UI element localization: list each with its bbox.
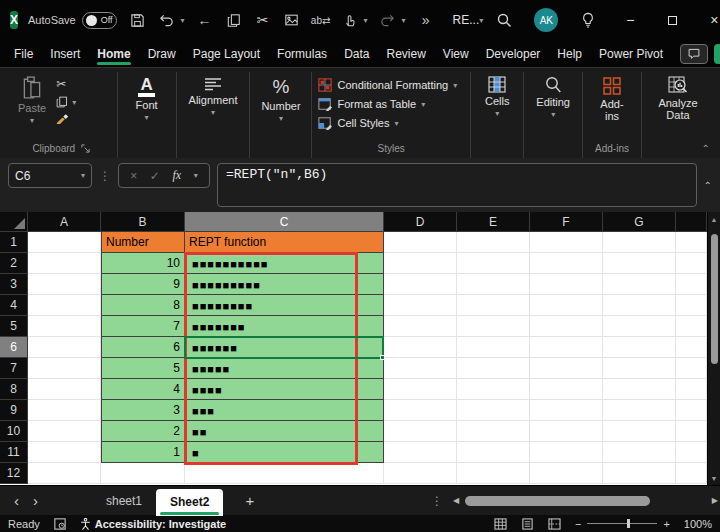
cell[interactable] [457, 400, 530, 421]
cell[interactable] [457, 316, 530, 337]
tab-formulas[interactable]: Formulas [277, 40, 327, 67]
back-arrow-icon[interactable]: ← [196, 11, 214, 29]
cell[interactable] [676, 232, 707, 253]
row-header-2[interactable]: 2 [0, 253, 28, 274]
cell[interactable] [384, 442, 457, 463]
cell[interactable] [28, 400, 101, 421]
cell-rept[interactable]: ■■ [185, 421, 384, 442]
copy-button[interactable]: ▾ [56, 96, 76, 108]
zoom-slider-thumb[interactable] [627, 519, 630, 528]
row-header-5[interactable]: 5 [0, 316, 28, 337]
cell[interactable] [28, 253, 101, 274]
tab-draw[interactable]: Draw [148, 40, 176, 67]
cell[interactable] [28, 379, 101, 400]
cell[interactable] [384, 379, 457, 400]
cell-number[interactable]: 10 [101, 253, 185, 274]
formula-input[interactable]: =REPT("n",B6) [217, 163, 697, 207]
cell[interactable] [676, 421, 707, 442]
cell[interactable] [384, 295, 457, 316]
cell-number[interactable]: 9 [101, 274, 185, 295]
macro-record-icon[interactable] [54, 518, 66, 530]
cell[interactable] [384, 421, 457, 442]
col-header-d[interactable]: D [384, 212, 457, 232]
cell[interactable] [530, 337, 603, 358]
cell[interactable] [676, 295, 707, 316]
cell[interactable] [530, 274, 603, 295]
minimize-button[interactable]: − [609, 12, 651, 28]
translate-icon[interactable]: ab⇄ [312, 11, 330, 29]
cell[interactable] [28, 316, 101, 337]
cell[interactable] [530, 463, 603, 484]
cell-rept[interactable]: ■■■■ [185, 379, 384, 400]
cell[interactable] [28, 358, 101, 379]
cell[interactable] [603, 400, 676, 421]
vertical-scroll-thumb[interactable] [711, 234, 718, 364]
cell-number[interactable]: 2 [101, 421, 185, 442]
cell[interactable] [28, 232, 101, 253]
hscroll-right-icon[interactable]: ▶ [712, 496, 718, 505]
tab-page-layout[interactable]: Page Layout [193, 40, 260, 67]
cell[interactable] [457, 232, 530, 253]
cell[interactable] [530, 295, 603, 316]
row-header-10[interactable]: 10 [0, 421, 28, 442]
name-box[interactable]: C6 ▾ [8, 163, 92, 188]
cell[interactable] [676, 253, 707, 274]
cell[interactable] [603, 316, 676, 337]
tab-view[interactable]: View [443, 40, 469, 67]
cell[interactable] [530, 253, 603, 274]
cell[interactable] [457, 463, 530, 484]
horizontal-scroll-thumb[interactable] [465, 496, 650, 506]
row-header-8[interactable]: 8 [0, 379, 28, 400]
tabbar-options-icon[interactable]: ⋮ [431, 494, 443, 508]
confirm-entry-icon[interactable]: ✓ [150, 169, 160, 183]
cell[interactable] [101, 463, 185, 484]
undo-chevron-icon[interactable]: ▾ [181, 16, 185, 25]
accessibility-status[interactable]: Accessibility: Investigate [80, 518, 226, 530]
page-break-view-icon[interactable] [548, 518, 561, 530]
col-header-a[interactable]: A [28, 212, 101, 232]
col-header-partial[interactable] [676, 212, 707, 232]
tab-power-pivot[interactable]: Power Pivot [599, 40, 663, 67]
cell[interactable] [530, 400, 603, 421]
collapse-ribbon-icon[interactable]: ⌃ [702, 143, 710, 154]
qat-overflow-icon[interactable]: » [417, 11, 435, 29]
touch-mode-chevron-icon[interactable]: ▾ [364, 16, 368, 25]
cell[interactable] [384, 337, 457, 358]
sheet-nav-left-icon[interactable]: ‹ [14, 492, 19, 509]
font-button[interactable]: A Font ▾ [130, 72, 164, 126]
scroll-down-icon[interactable]: ▼ [711, 471, 718, 485]
cell[interactable] [457, 442, 530, 463]
paste-button[interactable]: Paste ▾ [12, 72, 52, 129]
cell[interactable] [603, 421, 676, 442]
tab-home[interactable]: Home [97, 40, 130, 67]
autosave-toggle[interactable]: Off [82, 12, 117, 29]
cell-rept-header[interactable]: REPT function [185, 232, 384, 253]
cell-styles-button[interactable]: Cell Styles▾ [318, 116, 457, 130]
document-title[interactable]: RE... ▾ [453, 13, 484, 27]
tab-review[interactable]: Review [386, 40, 425, 67]
cut-icon[interactable]: ✂ [254, 11, 272, 29]
cell[interactable] [603, 337, 676, 358]
sheet-tab-sheet1[interactable]: sheet1 [92, 486, 156, 515]
scroll-up-icon[interactable]: ▲ [711, 212, 718, 226]
row-header-6[interactable]: 6 [0, 337, 28, 358]
cell[interactable] [384, 316, 457, 337]
cell[interactable] [603, 295, 676, 316]
cell[interactable] [530, 421, 603, 442]
add-ins-button[interactable]: Add-ins [589, 72, 635, 126]
cell-rept[interactable]: ■■■■■ [185, 358, 384, 379]
cell-number[interactable]: 8 [101, 295, 185, 316]
page-layout-view-icon[interactable] [521, 518, 534, 530]
cell-rept[interactable]: ■ [185, 442, 384, 463]
cell[interactable] [676, 463, 707, 484]
cell[interactable] [676, 400, 707, 421]
tab-insert[interactable]: Insert [50, 40, 80, 67]
cell[interactable] [603, 232, 676, 253]
cell-rept[interactable]: ■■■■■■■■■■ [185, 253, 384, 274]
cell-number[interactable]: 3 [101, 400, 185, 421]
cell[interactable] [676, 274, 707, 295]
cell[interactable] [384, 274, 457, 295]
format-painter-button[interactable] [56, 113, 76, 125]
zoom-slider[interactable]: − + [575, 518, 670, 530]
cell[interactable] [457, 337, 530, 358]
